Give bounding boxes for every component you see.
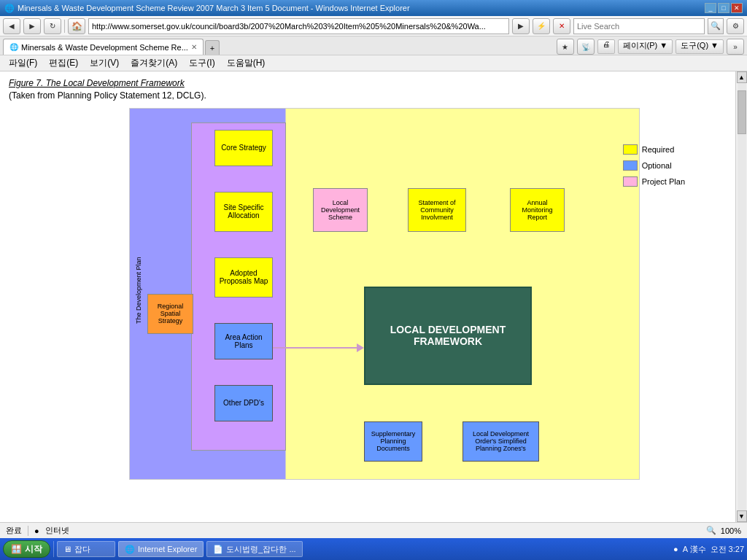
- figure-title: Figure 7. The Local Development Framewor…: [9, 78, 185, 88]
- scroll-up-button[interactable]: ▲: [737, 71, 747, 83]
- tab-close-button[interactable]: ✕: [191, 43, 197, 51]
- taskbar-doc-icon: 📄: [213, 545, 223, 554]
- scroll-track[interactable]: [738, 83, 746, 510]
- tools-button[interactable]: ⚙: [727, 18, 744, 34]
- menu-file[interactable]: 파일(F): [3, 55, 43, 71]
- ie-toolbar-right: ★ 📡 🖨 페이지(P) ▼ 도구(Q) ▼ »: [557, 39, 744, 55]
- legend-optional-swatch: [623, 160, 638, 171]
- page-button-label: 페이지(P) ▼: [623, 41, 668, 50]
- help-button[interactable]: »: [727, 39, 744, 55]
- scroll-down-button[interactable]: ▼: [737, 510, 747, 522]
- taskbar-ie[interactable]: 🌐 Internet Explorer: [118, 541, 204, 557]
- supplementary-box: Supplementary Planning Documents: [364, 421, 422, 462]
- menu-edit[interactable]: 편집(E): [43, 55, 84, 71]
- minimize-button[interactable]: _: [705, 3, 716, 13]
- title-bar: 🌐 Minersals & Waste Development Scheme R…: [0, 0, 747, 16]
- taskbar-doc[interactable]: 📄 도시법령_잡다한 ...: [206, 541, 302, 557]
- status-zoom: 🔍: [706, 526, 716, 535]
- tray-network: ●: [673, 545, 678, 553]
- legend-required: Required: [623, 144, 685, 155]
- taskbar-doc-label: 도시법령_잡다한 ...: [226, 544, 295, 555]
- legend-optional: Optional: [623, 160, 685, 171]
- dev-plan-vertical-label: The Development Plan: [135, 144, 142, 436]
- statement-community-box: Statement of Community Involvment: [408, 188, 466, 232]
- status-zoom-level: 100%: [721, 526, 741, 535]
- local-dev-scheme-box: Local Development Scheme: [313, 188, 368, 232]
- start-button[interactable]: 🪟 시작: [3, 540, 50, 558]
- nav-separator: [64, 20, 65, 33]
- legend-project-label: Project Plan: [642, 177, 685, 186]
- core-strategy-box: Core Strategy: [214, 130, 273, 166]
- close-button[interactable]: ✕: [731, 3, 743, 13]
- status-right: 🔍 100%: [706, 526, 741, 535]
- start-label: 시작: [25, 543, 42, 556]
- window-controls: _ □ ✕: [705, 3, 743, 13]
- address-input[interactable]: [88, 18, 509, 34]
- legend: Required Optional Project Plan: [623, 144, 685, 187]
- tab-label: Minersals & Waste Development Scheme Re.…: [21, 43, 188, 52]
- arrow-adopted-to-ldf: [273, 347, 364, 349]
- legend-required-swatch: [623, 144, 638, 155]
- taskbar-ie-label: Internet Explorer: [138, 545, 197, 553]
- back-button[interactable]: ◄: [3, 18, 20, 34]
- figure-caption: Figure 7. The Local Development Framewor…: [9, 77, 727, 102]
- restore-button[interactable]: □: [718, 3, 729, 13]
- nav-bar: ◄ ► ↻ 🏠 ▶ ⚡ ✕ 🔍 ⚙: [0, 16, 747, 36]
- legend-project-plan: Project Plan: [623, 176, 685, 187]
- legend-optional-label: Optional: [642, 161, 672, 170]
- go-button[interactable]: ▶: [512, 18, 530, 34]
- refresh-button[interactable]: ↻: [44, 18, 61, 34]
- figure-source: (Taken from Planning Policy Statement 12…: [9, 90, 206, 101]
- site-specific-box: Site Specific Allocation: [214, 192, 273, 232]
- menu-favorites[interactable]: 즐겨찾기(A): [125, 55, 183, 71]
- annual-monitoring-box: Annual Monitoring Report: [510, 188, 565, 232]
- taskbar-ie-icon: 🌐: [125, 545, 135, 554]
- regional-spatial-box: Regional Spatial Strategy: [147, 294, 193, 334]
- content-area: Figure 7. The Local Development Framewor…: [0, 71, 735, 522]
- taskbar-jabda[interactable]: 🖥 잡다: [57, 541, 115, 557]
- ldf-center-box: LOCAL DEVELOPMENT FRAMEWORK: [364, 287, 532, 385]
- search-input[interactable]: [573, 18, 705, 34]
- tray-time: 오전 3:27: [711, 544, 744, 555]
- menu-tools[interactable]: 도구(I): [183, 55, 220, 71]
- taskbar-tray: ● A 漢수 오전 3:27: [673, 544, 744, 555]
- adopted-proposals-box: Adopted Proposals Map: [214, 257, 273, 298]
- status-ready: 완료: [6, 525, 22, 536]
- vertical-scrollbar[interactable]: ▲ ▼: [735, 71, 747, 522]
- windows-taskbar: 🪟 시작 🖥 잡다 🌐 Internet Explorer 📄 도시법령_잡다한…: [0, 538, 747, 560]
- forward-button[interactable]: ►: [23, 18, 41, 34]
- browser-icon: 🌐: [4, 4, 15, 13]
- status-internet-label: ●: [34, 526, 39, 535]
- scroll-thumb[interactable]: [738, 90, 746, 134]
- other-dpds-box: Other DPD's: [214, 385, 273, 421]
- compatibility-button[interactable]: ⚡: [533, 18, 550, 34]
- tabs-bar: 🌐 Minersals & Waste Development Scheme R…: [0, 36, 747, 55]
- menu-bar: 파일(F) 편집(E) 보기(V) 즐겨찾기(A) 도구(I) 도움말(H): [0, 55, 747, 71]
- stop-button[interactable]: ✕: [553, 18, 570, 34]
- taskbar-jabda-icon: 🖥: [63, 545, 71, 553]
- status-bar: 완료 ● 인터넷 🔍 100%: [0, 522, 747, 538]
- favorites-button[interactable]: ★: [557, 39, 574, 55]
- status-internet: 인터넷: [45, 525, 69, 536]
- menu-help[interactable]: 도움말(H): [221, 55, 271, 71]
- legend-project-swatch: [623, 176, 638, 187]
- tab-main[interactable]: 🌐 Minersals & Waste Development Scheme R…: [3, 39, 204, 55]
- home-button[interactable]: 🏠: [68, 18, 85, 34]
- new-tab-button[interactable]: +: [205, 40, 220, 55]
- taskbar-separator: [53, 541, 54, 557]
- area-action-box: Area Action Plans: [214, 323, 273, 359]
- taskbar-jabda-label: 잡다: [74, 544, 90, 555]
- tab-icon: 🌐: [9, 43, 18, 51]
- print-button[interactable]: 🖨: [597, 39, 615, 54]
- tools-menu-label: 도구(Q) ▼: [681, 41, 719, 50]
- window-title: Minersals & Waste Development Scheme Rev…: [18, 4, 705, 12]
- page-button[interactable]: 페이지(P) ▼: [618, 39, 673, 54]
- legend-required-label: Required: [642, 145, 675, 154]
- menu-view[interactable]: 보기(V): [84, 55, 125, 71]
- status-separator-1: [28, 526, 28, 536]
- search-button[interactable]: 🔍: [708, 18, 724, 34]
- tools-menu-button[interactable]: 도구(Q) ▼: [676, 39, 724, 54]
- local-dev-orders-box: Local Development Order's Simplified Pla…: [462, 421, 539, 462]
- windows-logo: 🪟: [11, 544, 22, 554]
- feeds-button[interactable]: 📡: [577, 39, 595, 55]
